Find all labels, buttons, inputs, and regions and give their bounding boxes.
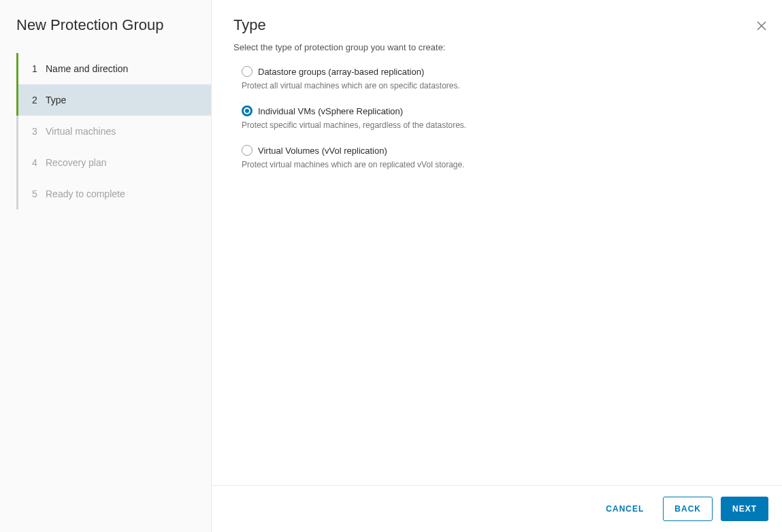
- step-label: Type: [46, 95, 66, 105]
- step-label: Recovery plan: [46, 157, 107, 168]
- next-button[interactable]: Next: [721, 497, 768, 521]
- radio-icon: [242, 105, 252, 116]
- step-name-and-direction[interactable]: 1 Name and direction: [18, 53, 211, 84]
- step-number: 4: [32, 157, 46, 168]
- step-number: 2: [32, 95, 46, 105]
- step-number: 1: [32, 63, 46, 74]
- step-number: 3: [32, 126, 46, 137]
- step-label: Virtual machines: [46, 126, 116, 137]
- option-individual-vms-radio-row[interactable]: Individual VMs (vSphere Replication): [242, 105, 760, 116]
- option-individual-vms: Individual VMs (vSphere Replication) Pro…: [242, 105, 760, 130]
- step-type[interactable]: 2 Type: [18, 84, 211, 116]
- option-datastore-groups: Datastore groups (array-based replicatio…: [242, 66, 760, 90]
- cancel-button[interactable]: Cancel: [595, 497, 655, 521]
- close-button[interactable]: [755, 19, 768, 33]
- wizard-footer: Cancel Back Next: [212, 485, 782, 532]
- wizard-sidebar: New Protection Group 1 Name and directio…: [0, 0, 212, 532]
- step-label: Ready to complete: [46, 188, 125, 199]
- type-options: Datastore groups (array-based replicatio…: [233, 66, 760, 169]
- close-icon: [756, 20, 767, 31]
- step-number: 5: [32, 188, 46, 199]
- option-description: Protect all virtual machines which are o…: [242, 81, 760, 90]
- option-datastore-groups-radio-row[interactable]: Datastore groups (array-based replicatio…: [242, 66, 760, 77]
- wizard-steps: 1 Name and direction 2 Type 3 Virtual ma…: [16, 53, 211, 210]
- radio-icon: [242, 145, 252, 156]
- wizard-title: New Protection Group: [0, 16, 211, 53]
- option-label: Virtual Volumes (vVol replication): [258, 146, 387, 156]
- option-label: Individual VMs (vSphere Replication): [258, 106, 403, 116]
- option-virtual-volumes-radio-row[interactable]: Virtual Volumes (vVol replication): [242, 145, 760, 156]
- step-label: Name and direction: [46, 63, 128, 74]
- radio-icon: [242, 66, 252, 77]
- wizard-main: Type Select the type of protection group…: [212, 0, 782, 532]
- option-description: Protect specific virtual machines, regar…: [242, 120, 760, 130]
- back-button[interactable]: Back: [663, 497, 713, 521]
- step-ready-to-complete: 5 Ready to complete: [18, 178, 211, 210]
- step-virtual-machines: 3 Virtual machines: [18, 116, 211, 147]
- page-subtitle: Select the type of protection group you …: [233, 42, 760, 52]
- option-description: Protect virtual machines which are on re…: [242, 160, 760, 169]
- option-virtual-volumes: Virtual Volumes (vVol replication) Prote…: [242, 145, 760, 169]
- step-recovery-plan: 4 Recovery plan: [18, 147, 211, 178]
- page-title: Type: [233, 16, 760, 34]
- option-label: Datastore groups (array-based replicatio…: [258, 67, 424, 77]
- wizard-content: Type Select the type of protection group…: [212, 0, 782, 485]
